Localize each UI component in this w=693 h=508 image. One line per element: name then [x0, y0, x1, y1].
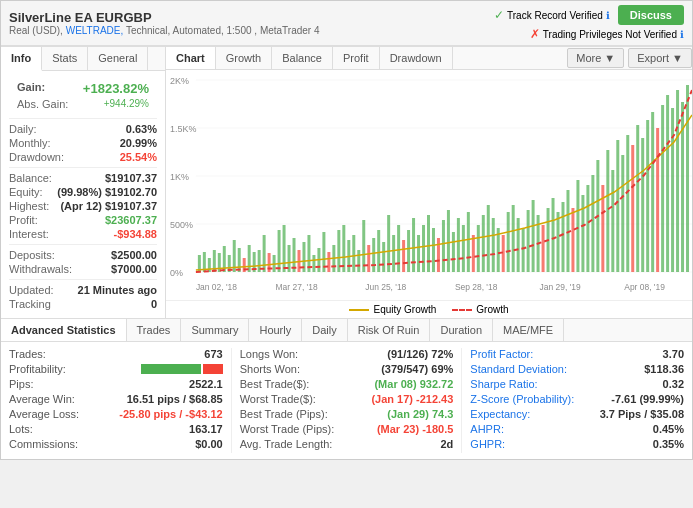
svg-rect-42: [357, 250, 360, 272]
discuss-button[interactable]: Discuss: [618, 5, 684, 25]
tab-info[interactable]: Info: [1, 47, 42, 71]
svg-rect-46: [377, 230, 380, 272]
bottom-tab-trades[interactable]: Trades: [127, 319, 182, 341]
best-trade-value: (Mar 08) 932.72: [374, 378, 453, 390]
highest-row: Highest: (Apr 12) $19107.37: [9, 200, 157, 212]
divider-4: [9, 279, 157, 280]
svg-text:Mar 27, '18: Mar 27, '18: [276, 282, 318, 292]
balance-label: Balance:: [9, 172, 52, 184]
tab-general[interactable]: General: [88, 47, 148, 70]
chart-area: 2K% 1.5K% 1K% 500% 0%: [166, 70, 692, 300]
bottom-tab-risk-of-ruin[interactable]: Risk Of Ruin: [348, 319, 431, 341]
profit-factor-link[interactable]: Profit Factor:: [470, 348, 533, 360]
bottom-tab-hourly[interactable]: Hourly: [249, 319, 302, 341]
subtitle-account: Real (USD),: [9, 25, 63, 36]
bottom-tab-advanced-statistics[interactable]: Advanced Statistics: [1, 319, 127, 341]
deposits-value: $2500.00: [111, 249, 157, 261]
expectancy-link[interactable]: Expectancy:: [470, 408, 530, 420]
svg-rect-63: [462, 225, 465, 272]
track-record-verify: ✓ Track Record Verified ℹ: [494, 8, 610, 22]
worst-pips-value: (Mar 23) -180.5: [377, 423, 453, 435]
commissions-stat-label: Commissions:: [9, 438, 78, 450]
chart-tab-profit[interactable]: Profit: [333, 47, 380, 69]
longs-won-stat-row: Longs Won: (91/126) 72%: [240, 348, 454, 360]
svg-rect-41: [352, 235, 355, 272]
svg-text:Jun 25, '18: Jun 25, '18: [365, 282, 406, 292]
chart-tab-drawdown[interactable]: Drawdown: [380, 47, 453, 69]
more-button[interactable]: More ▼: [567, 48, 624, 68]
sharpe-stat-row: Sharpe Ratio: 0.32: [470, 378, 684, 390]
chart-legend: Equity Growth Growth: [166, 300, 692, 318]
updated-row: Updated: 21 Minutes ago: [9, 284, 157, 296]
svg-rect-87: [581, 195, 584, 272]
export-button[interactable]: Export ▼: [628, 48, 692, 68]
svg-rect-83: [561, 202, 564, 272]
highest-amount: $19107.37: [105, 200, 157, 212]
equity-legend-line: [349, 309, 369, 311]
chart-tab-balance[interactable]: Balance: [272, 47, 333, 69]
svg-rect-82: [557, 212, 560, 272]
ahpr-link[interactable]: AHPR:: [470, 423, 504, 435]
profit-factor-stat-row: Profit Factor: 3.70: [470, 348, 684, 360]
ghpr-link[interactable]: GHPR:: [470, 438, 505, 450]
equity-label: Equity:: [9, 186, 43, 198]
trading-privileges-info-icon[interactable]: ℹ: [680, 29, 684, 40]
bottom-tab-summary[interactable]: Summary: [181, 319, 249, 341]
longs-won-label: Longs Won:: [240, 348, 299, 360]
svg-rect-88: [586, 185, 589, 272]
profitability-stat-row: Profitability:: [9, 363, 223, 375]
drawdown-row: Drawdown: 25.54%: [9, 151, 157, 163]
profitability-stat-label: Profitability:: [9, 363, 66, 375]
bottom-tab-mae-mfe[interactable]: MAE/MFE: [493, 319, 564, 341]
avg-loss-stat-row: Average Loss: -25.80 pips / -$43.12: [9, 408, 223, 420]
bottom-tab-duration[interactable]: Duration: [430, 319, 493, 341]
chart-tab-growth[interactable]: Growth: [216, 47, 272, 69]
svg-text:Jan 02, '18: Jan 02, '18: [196, 282, 237, 292]
expectancy-label: Expectancy:: [470, 408, 530, 420]
svg-rect-86: [576, 180, 579, 272]
svg-rect-92: [606, 150, 609, 272]
chart-tabs: Chart Growth Balance Profit Drawdown: [166, 47, 453, 69]
svg-rect-47: [382, 242, 385, 272]
sharpe-link[interactable]: Sharpe Ratio:: [470, 378, 537, 390]
broker-link[interactable]: WELTRADE,: [66, 25, 124, 36]
svg-rect-103: [661, 105, 664, 272]
abs-gain-row: Abs. Gain: +944.29%: [17, 98, 149, 110]
pips-stat-row: Pips: 2522.1: [9, 378, 223, 390]
profit-factor-value: 3.70: [663, 348, 684, 360]
worst-trade-value: (Jan 17) -212.43: [371, 393, 453, 405]
chart-tab-chart[interactable]: Chart: [166, 47, 216, 69]
zscore-link[interactable]: Z-Score (Probability):: [470, 393, 574, 405]
withdrawals-label: Withdrawals:: [9, 263, 72, 275]
right-panel: Chart Growth Balance Profit Drawdown Mor…: [166, 47, 692, 318]
check-icon: ✓: [494, 8, 504, 22]
header-right: ✓ Track Record Verified ℹ Discuss ✗ Trad…: [494, 5, 684, 41]
svg-rect-50: [397, 225, 400, 272]
bottom-tab-daily[interactable]: Daily: [302, 319, 347, 341]
equity-row: Equity: (99.98%) $19102.70: [9, 186, 157, 198]
track-record-info-icon[interactable]: ℹ: [606, 10, 610, 21]
svg-rect-44: [367, 245, 370, 272]
chart-svg: 2K% 1.5K% 1K% 500% 0%: [166, 70, 692, 300]
interest-value: -$934.88: [114, 228, 157, 240]
trades-stat-label: Trades:: [9, 348, 46, 360]
svg-rect-74: [517, 218, 520, 272]
std-dev-stat-row: Standard Deviation: $118.36: [470, 363, 684, 375]
svg-rect-79: [542, 225, 545, 272]
daily-row: Daily: 0.63%: [9, 123, 157, 135]
stats-col-1: Trades: 673 Profitability: Pips: 2522.1 …: [1, 348, 232, 453]
deposits-label: Deposits:: [9, 249, 55, 261]
withdrawals-value: $7000.00: [111, 263, 157, 275]
monthly-row: Monthly: 20.99%: [9, 137, 157, 149]
header-subtitle: Real (USD), WELTRADE, Technical, Automat…: [9, 25, 320, 36]
svg-rect-49: [392, 235, 395, 272]
deposits-row: Deposits: $2500.00: [9, 249, 157, 261]
highest-date: (Apr 12): [60, 200, 102, 212]
zscore-stat-row: Z-Score (Probability): -7.61 (99.99%): [470, 393, 684, 405]
tab-stats[interactable]: Stats: [42, 47, 88, 70]
withdrawals-row: Withdrawals: $7000.00: [9, 263, 157, 275]
trades-stat-row: Trades: 673: [9, 348, 223, 360]
std-dev-link[interactable]: Standard Deviation:: [470, 363, 567, 375]
svg-rect-26: [278, 230, 281, 272]
profit-value: $23607.37: [105, 214, 157, 226]
